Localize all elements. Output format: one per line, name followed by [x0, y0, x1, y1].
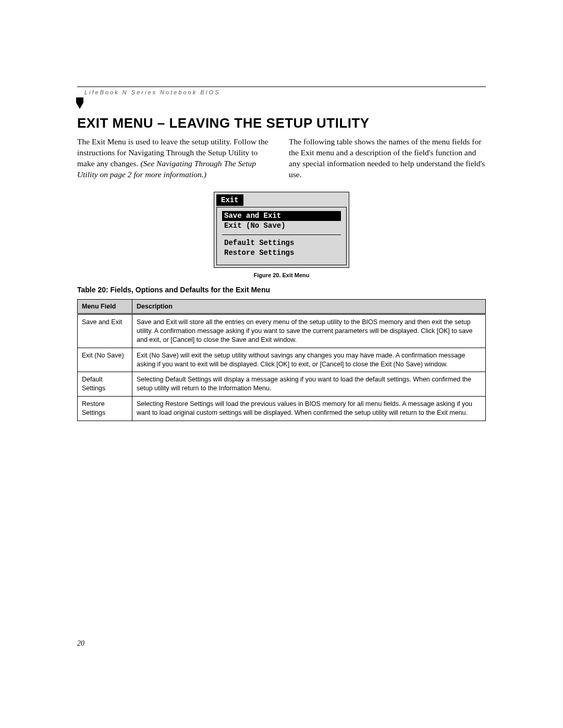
bios-item-save-and-exit: Save and Exit	[222, 211, 341, 221]
cell-desc: Save and Exit will store all the entries…	[132, 314, 486, 348]
cell-field: Exit (No Save)	[78, 348, 132, 372]
bios-item-restore-settings: Restore Settings	[222, 248, 341, 258]
section-title: EXIT MENU – LEAVING THE SETUP UTILITY	[77, 115, 486, 131]
figure-caption: Figure 20. Exit Menu	[254, 272, 310, 278]
intro-columns: The Exit Menu is used to leave the setup…	[77, 137, 486, 180]
cell-desc: Selecting Default Settings will display …	[132, 372, 486, 397]
table-row: Exit (No Save) Exit (No Save) will exit …	[78, 348, 486, 372]
running-header: LifeBook N Series Notebook BIOS	[77, 87, 486, 95]
figure-exit-menu: Exit Save and Exit Exit (No Save) Defaul…	[77, 192, 486, 278]
page-content: LifeBook N Series Notebook BIOS EXIT MEN…	[77, 87, 486, 421]
table-row: Restore Settings Selecting Restore Setti…	[78, 397, 486, 421]
th-menu-field: Menu Field	[78, 300, 132, 314]
bios-item-default-settings: Default Settings	[222, 238, 341, 249]
cell-field: Default Settings	[78, 372, 132, 397]
bios-item-exit-no-save: Exit (No Save)	[222, 221, 341, 231]
intro-col-right: The following table shows the names of t…	[289, 137, 486, 180]
th-description: Description	[132, 300, 486, 314]
table-caption: Table 20: Fields, Options and Defaults f…	[77, 286, 486, 294]
cell-field: Save and Exit	[78, 314, 132, 348]
cell-desc: Exit (No Save) will exit the setup utili…	[132, 348, 486, 372]
table-row: Save and Exit Save and Exit will store a…	[78, 314, 486, 348]
page-number: 20	[77, 639, 84, 648]
table-header-row: Menu Field Description	[78, 300, 486, 314]
cell-desc: Selecting Restore Settings will load the…	[132, 397, 486, 421]
document-page: LifeBook N Series Notebook BIOS EXIT MEN…	[0, 0, 563, 728]
bios-divider	[222, 235, 341, 235]
bios-menu-body: Save and Exit Exit (No Save) Default Set…	[216, 207, 347, 265]
bios-screenshot: Exit Save and Exit Exit (No Save) Defaul…	[214, 192, 349, 268]
table-row: Default Settings Selecting Default Setti…	[78, 372, 486, 397]
cell-field: Restore Settings	[78, 397, 132, 421]
intro-col-left: The Exit Menu is used to leave the setup…	[77, 137, 274, 180]
fields-table: Menu Field Description Save and Exit Sav…	[77, 299, 486, 421]
bios-tab-exit: Exit	[216, 194, 243, 206]
